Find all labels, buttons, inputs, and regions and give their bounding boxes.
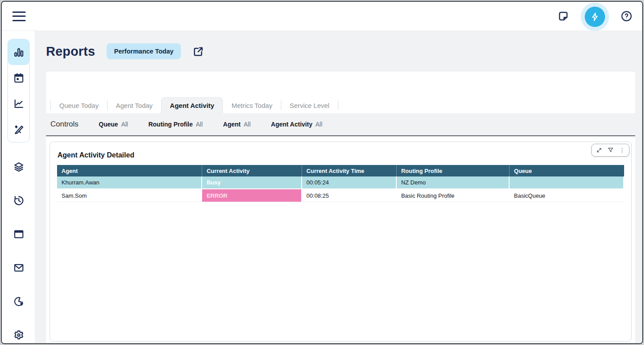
tab-separator <box>338 100 338 110</box>
column-header-routing-profile: Routing Profile <box>397 165 510 176</box>
main-content: Reports Performance Today Queue Today Ag… <box>35 31 642 343</box>
filter-label: Agent <box>223 121 241 128</box>
column-header-queue: Queue <box>510 165 624 176</box>
hamburger-menu-icon[interactable] <box>12 12 26 21</box>
sidebar-item-window[interactable] <box>8 221 30 247</box>
sidebar-item-analytics[interactable] <box>8 91 29 116</box>
cell-current-activity-time: 00:05:24 <box>302 176 397 189</box>
note-icon[interactable] <box>557 10 569 22</box>
cell-routing-profile: NZ Demo <box>397 176 510 189</box>
filter-label: Routing Profile <box>148 121 192 128</box>
expand-icon[interactable] <box>593 145 605 156</box>
window-icon <box>13 228 25 240</box>
help-icon[interactable] <box>621 10 632 22</box>
cell-current-activity-error: ERROR <box>202 189 302 202</box>
tab-agent-today[interactable]: Agent Today <box>107 97 161 113</box>
filter-value: All <box>315 121 322 128</box>
line-chart-icon <box>13 98 25 110</box>
external-link-icon[interactable] <box>192 46 204 58</box>
table-row: Khurram.Awan Busy 00:05:24 NZ Demo <box>57 176 624 189</box>
agent-activity-card: Agent Activity Detailed Agent Current Ac… <box>50 142 632 341</box>
column-header-agent: Agent <box>57 165 202 176</box>
agent-activity-table: Agent Current Activity Current Activity … <box>57 165 624 202</box>
tab-service-level[interactable]: Service Level <box>281 97 338 113</box>
calendar-icon <box>13 72 25 84</box>
report-tabs: Queue Today Agent Today Agent Activity M… <box>50 97 338 113</box>
tab-agent-activity[interactable]: Agent Activity <box>161 97 223 113</box>
cell-queue <box>510 176 624 189</box>
column-header-current-activity: Current Activity <box>202 165 302 176</box>
controls-label: Controls <box>50 120 78 129</box>
lightning-assistant-button[interactable] <box>581 3 609 31</box>
sidebar <box>2 31 35 343</box>
sidebar-item-settings[interactable] <box>8 322 30 344</box>
settings-gear-icon <box>13 329 25 341</box>
performance-today-badge[interactable]: Performance Today <box>107 43 181 59</box>
sidebar-item-history[interactable] <box>8 188 30 213</box>
cell-agent: Sam.Som <box>57 189 202 202</box>
cell-agent: Khurram.Awan <box>57 176 202 189</box>
filter-agent[interactable]: Agent All <box>223 121 250 128</box>
app-window: Reports Performance Today Queue Today Ag… <box>1 1 643 344</box>
sidebar-lower-group <box>8 154 30 344</box>
table-row: Sam.Som ERROR 00:08:25 Basic Routing Pro… <box>57 189 624 202</box>
filter-value: All <box>121 121 128 128</box>
filter-funnel-icon[interactable] <box>605 145 616 156</box>
topbar-actions <box>557 2 632 31</box>
page-header: Reports Performance Today <box>46 41 204 62</box>
mail-icon <box>13 262 25 274</box>
filter-label: Agent Activity <box>271 121 313 128</box>
sidebar-item-mail[interactable] <box>8 255 30 280</box>
card-title: Agent Activity Detailed <box>50 142 631 165</box>
filter-value: All <box>196 121 203 128</box>
top-bar <box>2 2 642 31</box>
filter-agent-activity[interactable]: Agent Activity All <box>271 121 322 128</box>
bar-chart-icon <box>13 46 25 58</box>
sidebar-item-schedule[interactable] <box>8 65 29 91</box>
page-title: Reports <box>46 44 95 59</box>
report-panel: Queue Today Agent Today Agent Activity M… <box>46 72 635 343</box>
tab-metrics-today[interactable]: Metrics Today <box>223 97 280 113</box>
sidebar-item-reports[interactable] <box>8 39 29 65</box>
lightning-icon <box>585 7 605 27</box>
cell-current-activity-time: 00:08:25 <box>302 189 397 202</box>
filter-routing-profile[interactable]: Routing Profile All <box>148 121 203 128</box>
card-toolbar <box>591 144 629 157</box>
layers-icon <box>13 161 25 173</box>
column-header-current-activity-time: Current Activity Time <box>302 165 397 176</box>
design-brush-icon <box>13 123 25 135</box>
pie-chart-icon <box>13 295 25 307</box>
sidebar-item-design[interactable] <box>8 116 29 142</box>
filter-queue[interactable]: Queue All <box>99 121 128 128</box>
table-header-row: Agent Current Activity Current Activity … <box>57 165 624 176</box>
sidebar-item-layers[interactable] <box>8 154 30 180</box>
cell-current-activity-busy: Busy <box>202 176 302 189</box>
cell-queue: BasicQueue <box>510 189 624 202</box>
cell-routing-profile: Basic Routing Profile <box>397 189 510 202</box>
tab-queue-today[interactable]: Queue Today <box>51 97 107 113</box>
sidebar-item-pie-reports[interactable] <box>8 288 30 314</box>
sidebar-reports-group <box>8 39 30 142</box>
filter-label: Queue <box>99 121 118 128</box>
history-icon <box>13 195 25 207</box>
filter-value: All <box>244 121 251 128</box>
controls-bar: Controls Queue All Routing Profile All A… <box>46 113 635 136</box>
kebab-menu-icon[interactable] <box>616 145 628 156</box>
